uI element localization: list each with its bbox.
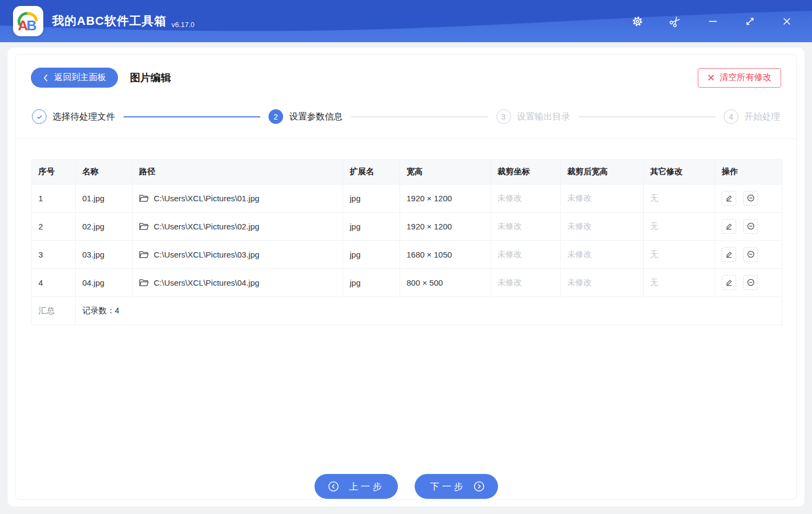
cell-path: C:\Users\XCL\Pictures\01.jpg (133, 184, 343, 213)
cell-name: 01.jpg (76, 184, 133, 213)
column-header-crop: 裁剪坐标 (491, 160, 561, 184)
scissors-icon[interactable] (669, 15, 682, 28)
table-header-row: 序号 名称 路径 扩展名 宽高 裁剪坐标 裁剪后宽高 其它修改 操作 (32, 160, 782, 184)
folder-icon (139, 251, 149, 259)
next-step-button[interactable]: 下一步 (415, 474, 498, 499)
folder-icon (139, 222, 149, 230)
step-set-parameters: 2 设置参数信息 (269, 109, 343, 124)
cell-path: C:\Users\XCL\Pictures\03.jpg (133, 241, 343, 269)
step-label: 设置参数信息 (289, 111, 343, 123)
remove-row-button[interactable] (743, 191, 758, 206)
cell-crop-size: 未修改 (561, 213, 644, 241)
minimize-icon[interactable] (707, 15, 719, 27)
previous-step-button[interactable]: 上一步 (315, 474, 398, 499)
cell-crop-size: 未修改 (561, 184, 644, 213)
folder-icon (139, 194, 149, 202)
step-indicator: 选择待处理文件 2 设置参数信息 3 设置输出目录 4 开始处理 (16, 98, 796, 139)
edit-row-button[interactable] (722, 247, 736, 262)
x-icon (708, 74, 715, 81)
app-version: v6.17.0 (172, 21, 195, 29)
cell-crop: 未修改 (491, 241, 561, 269)
svg-text:B: B (27, 17, 37, 32)
window-body: 返回到主面板 图片编辑 清空所有修改 选择待处理文件 (0, 42, 812, 514)
next-circle-icon (473, 480, 485, 492)
step-set-output-dir: 3 设置输出目录 (496, 109, 571, 124)
ab-logo-icon: A B (16, 10, 40, 32)
step-label: 开始处理 (744, 111, 780, 123)
cell-actions (715, 213, 782, 241)
remove-row-button[interactable] (743, 247, 758, 262)
titlebar-actions (631, 15, 798, 28)
cell-name: 02.jpg (76, 213, 133, 241)
content-panel: 返回到主面板 图片编辑 清空所有修改 选择待处理文件 (15, 54, 797, 500)
clear-all-changes-button[interactable]: 清空所有修改 (698, 68, 781, 88)
column-header-size: 宽高 (400, 160, 491, 184)
content-card: 返回到主面板 图片编辑 清空所有修改 选择待处理文件 (8, 48, 804, 506)
step-number: 4 (724, 109, 738, 124)
page-title: 图片编辑 (130, 71, 171, 85)
cell-crop: 未修改 (491, 184, 561, 213)
column-header-crop-size: 裁剪后宽高 (561, 160, 644, 184)
path-text: C:\Users\XCL\Pictures\01.jpg (154, 194, 259, 203)
table-row: 1 01.jpg C:\Users\XCL\Pictures\01.jpg jp… (32, 184, 782, 213)
cell-actions (715, 269, 782, 297)
files-table: 序号 名称 路径 扩展名 宽高 裁剪坐标 裁剪后宽高 其它修改 操作 (31, 159, 782, 325)
close-icon[interactable] (781, 16, 793, 27)
cell-size: 800 × 500 (400, 269, 491, 297)
cell-crop: 未修改 (491, 213, 561, 241)
cell-name: 04.jpg (76, 269, 133, 297)
cell-index: 4 (32, 269, 76, 297)
step-label: 设置输出目录 (517, 111, 571, 123)
cell-other: 无 (644, 241, 715, 269)
record-count: 记录数：4 (76, 297, 782, 325)
column-header-actions: 操作 (715, 160, 782, 184)
remove-row-button[interactable] (743, 275, 758, 290)
step-connector (123, 116, 261, 117)
check-icon (32, 109, 47, 124)
titlebar: A B 我的ABC软件工具箱 v6.17.0 (0, 0, 812, 42)
cell-size: 1680 × 1050 (400, 241, 491, 269)
cell-crop-size: 未修改 (561, 241, 644, 269)
edit-row-button[interactable] (722, 219, 736, 234)
summary-row: 汇总 记录数：4 (32, 297, 782, 325)
path-text: C:\Users\XCL\Pictures\02.jpg (154, 222, 259, 231)
cell-crop: 未修改 (491, 269, 561, 297)
cell-path: C:\Users\XCL\Pictures\04.jpg (133, 269, 343, 297)
wizard-nav: 上一步 下一步 (16, 474, 796, 499)
cell-other: 无 (644, 184, 715, 213)
step-connector (351, 116, 488, 117)
gear-icon[interactable] (631, 15, 644, 28)
summary-label: 汇总 (32, 297, 76, 325)
cell-ext: jpg (343, 184, 400, 213)
column-header-index: 序号 (32, 160, 76, 184)
step-number: 3 (496, 109, 511, 124)
cell-index: 1 (32, 184, 76, 213)
cell-other: 无 (644, 213, 715, 241)
column-header-ext: 扩展名 (343, 160, 400, 184)
column-header-path: 路径 (133, 160, 343, 184)
cell-size: 1920 × 1200 (400, 184, 491, 213)
table-row: 2 02.jpg C:\Users\XCL\Pictures\02.jpg jp… (32, 213, 782, 241)
next-button-label: 下一步 (428, 480, 466, 493)
maximize-icon[interactable] (744, 16, 756, 27)
step-start-processing: 4 开始处理 (724, 109, 780, 124)
back-to-dashboard-button[interactable]: 返回到主面板 (31, 68, 118, 88)
files-table-container: 序号 名称 路径 扩展名 宽高 裁剪坐标 裁剪后宽高 其它修改 操作 (16, 139, 796, 325)
table-row: 4 04.jpg C:\Users\XCL\Pictures\04.jpg jp… (32, 269, 782, 297)
cell-name: 03.jpg (76, 241, 133, 269)
edit-row-button[interactable] (722, 275, 736, 290)
cell-ext: jpg (343, 269, 400, 297)
prev-circle-icon (328, 480, 339, 492)
step-connector (579, 116, 716, 117)
cell-actions (715, 184, 782, 213)
clear-button-label: 清空所有修改 (719, 72, 771, 83)
remove-row-button[interactable] (743, 219, 758, 234)
cell-crop-size: 未修改 (561, 269, 644, 297)
toolbar: 返回到主面板 图片编辑 清空所有修改 (16, 55, 796, 98)
chevron-left-icon (43, 74, 48, 82)
prev-button-label: 上一步 (346, 480, 385, 493)
cell-size: 1920 × 1200 (400, 213, 491, 241)
cell-ext: jpg (343, 213, 400, 241)
cell-actions (715, 241, 782, 269)
edit-row-button[interactable] (722, 191, 736, 206)
